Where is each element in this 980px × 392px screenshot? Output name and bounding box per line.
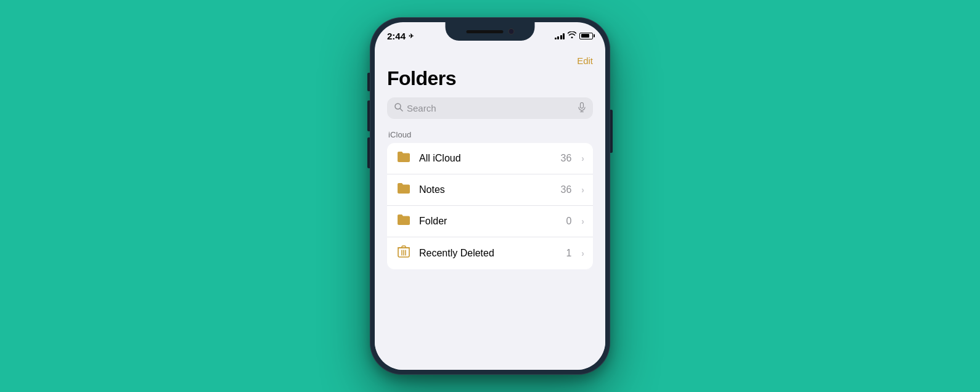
list-item[interactable]: Folder 0 › xyxy=(387,206,593,237)
location-icon: ✈ xyxy=(409,33,414,39)
search-icon xyxy=(394,103,403,113)
folder-item-count: 0 xyxy=(566,216,571,227)
chevron-right-icon: › xyxy=(581,248,584,258)
folder-icon xyxy=(396,182,412,198)
folder-list: All iCloud 36 › Notes 36 › xyxy=(387,143,593,269)
list-item[interactable]: Notes 36 › xyxy=(387,174,593,206)
wifi-icon xyxy=(568,31,576,40)
mic-icon[interactable] xyxy=(578,102,586,114)
notch-speaker xyxy=(466,30,503,33)
notch xyxy=(446,22,535,41)
phone-screen: 2:44 ✈ xyxy=(375,22,605,370)
screen-content: Edit Folders Search xyxy=(375,49,605,370)
clock: 2:44 xyxy=(387,31,406,41)
phone-wrapper: 2:44 ✈ xyxy=(370,17,610,375)
folder-item-count: 36 xyxy=(561,153,572,164)
folder-item-name: Notes xyxy=(419,184,553,195)
battery-fill xyxy=(581,34,590,38)
folder-icon xyxy=(396,150,412,166)
page-title: Folders xyxy=(387,67,593,90)
svg-rect-2 xyxy=(581,103,584,108)
battery-icon xyxy=(579,33,593,39)
edit-button[interactable]: Edit xyxy=(577,55,593,66)
folder-icon xyxy=(396,213,412,229)
list-item[interactable]: Recently Deleted 1 › xyxy=(387,237,593,269)
folder-item-count: 36 xyxy=(561,184,572,195)
svg-line-1 xyxy=(400,108,402,111)
status-time-group: 2:44 ✈ xyxy=(387,31,414,41)
volume-down-button xyxy=(367,137,370,168)
folder-item-name: Recently Deleted xyxy=(419,248,558,259)
phone-outer: 2:44 ✈ xyxy=(370,17,610,375)
status-icons xyxy=(555,31,594,40)
chevron-right-icon: › xyxy=(581,153,584,163)
signal-icon xyxy=(555,32,565,39)
search-placeholder-text: Search xyxy=(407,103,574,113)
chevron-right-icon: › xyxy=(581,216,584,226)
volume-up-button xyxy=(367,100,370,131)
notch-camera xyxy=(508,28,514,35)
trash-icon xyxy=(396,245,412,262)
search-bar[interactable]: Search xyxy=(387,97,593,119)
header-row: Edit xyxy=(387,55,593,66)
folder-item-name: Folder xyxy=(419,216,558,227)
list-item[interactable]: All iCloud 36 › xyxy=(387,143,593,174)
power-button xyxy=(610,110,613,153)
folder-item-count: 1 xyxy=(566,248,571,259)
chevron-right-icon: › xyxy=(581,185,584,195)
icloud-section-label: iCloud xyxy=(387,130,593,139)
mute-button xyxy=(367,73,370,91)
folder-item-name: All iCloud xyxy=(419,153,553,164)
